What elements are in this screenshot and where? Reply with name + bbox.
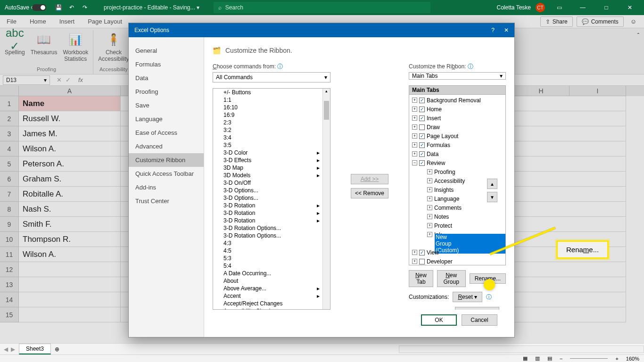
expand-icon[interactable]: + (412, 151, 417, 156)
col-header-h[interactable]: H (513, 86, 570, 96)
expand-icon[interactable]: + (427, 232, 432, 237)
expand-icon[interactable]: + (412, 250, 417, 255)
row-header[interactable]: 7 (0, 187, 19, 202)
tab-page-layout[interactable]: Page Layout (81, 15, 129, 28)
list-item[interactable]: 5:4 (213, 262, 330, 270)
prev-sheet-icon[interactable]: ◀ (4, 346, 8, 353)
row-header[interactable]: 14 (0, 292, 19, 307)
choose-commands-combo[interactable]: All Commands▾ (213, 72, 330, 82)
expand-icon[interactable]: + (412, 107, 417, 112)
thesaurus-button[interactable]: 📖Thesaurus (31, 32, 58, 62)
ribbon-display-icon[interactable]: ▭ (550, 0, 569, 15)
cancel-button[interactable]: Cancel (462, 314, 497, 326)
row-header[interactable]: 2 (0, 111, 19, 126)
list-item[interactable]: 3-D Options... (213, 187, 330, 194)
view-break-icon[interactable]: ▤ (547, 355, 552, 362)
list-item[interactable]: 2:3 (213, 119, 330, 126)
info-icon[interactable]: ⓘ (277, 63, 283, 70)
expand-icon[interactable]: + (427, 223, 432, 228)
sheet-tab[interactable]: Sheet3 (19, 344, 51, 354)
list-item[interactable]: 3-D Effects▸ (213, 156, 330, 164)
options-nav-item[interactable]: Ease of Access (129, 126, 204, 140)
cell[interactable]: Thompson R. (19, 232, 121, 247)
cell[interactable] (19, 262, 121, 277)
list-item[interactable]: 3:2 (213, 126, 330, 134)
list-item[interactable]: Accessibility Checker (213, 307, 330, 310)
cell[interactable]: Robitalle A. (19, 187, 121, 202)
options-nav-item[interactable]: Advanced (129, 140, 204, 153)
list-item[interactable]: 3:4 (213, 134, 330, 141)
list-item[interactable]: +/- Buttons (213, 89, 330, 96)
options-nav-item[interactable]: Customize Ribbon (129, 153, 204, 167)
options-nav-item[interactable]: Formulas (129, 58, 204, 71)
checkbox[interactable] (419, 124, 425, 130)
row-header[interactable]: 9 (0, 217, 19, 232)
row-header[interactable]: 3 (0, 126, 19, 141)
tree-item[interactable]: +✓Formulas (409, 140, 505, 149)
spelling-button[interactable]: abc✓Spelling (5, 32, 25, 62)
cell[interactable] (19, 292, 121, 307)
horizontal-scrollbar[interactable] (399, 346, 644, 353)
close-icon[interactable]: ✕ (620, 0, 639, 15)
expand-icon[interactable]: + (427, 196, 432, 201)
options-nav-item[interactable]: Save (129, 99, 204, 112)
info-icon[interactable]: ⓘ (486, 293, 492, 301)
list-item[interactable]: 3-D Rotation▸ (213, 209, 330, 217)
cell[interactable]: James M. (19, 126, 121, 141)
list-item[interactable]: 3-D Color▸ (213, 149, 330, 156)
enter-formula-icon[interactable]: ✓ (66, 76, 71, 83)
fx-icon[interactable]: fx (74, 76, 87, 83)
checkbox[interactable]: ✓ (419, 151, 425, 157)
list-item[interactable]: 16:9 (213, 111, 330, 119)
maximize-icon[interactable]: □ (597, 0, 616, 15)
autosave-toggle[interactable]: AutoSave On (0, 4, 49, 11)
share-button[interactable]: ⇪Share (540, 16, 573, 27)
checkbox[interactable]: ✓ (419, 142, 425, 148)
view-normal-icon[interactable]: ▦ (523, 355, 528, 362)
move-up-button[interactable]: ▲ (487, 179, 497, 189)
search-box[interactable]: ⌕ Search (214, 2, 430, 13)
list-item[interactable]: 3-D Rotation▸ (213, 217, 330, 224)
row-header[interactable]: 5 (0, 156, 19, 172)
options-nav-item[interactable]: General (129, 44, 204, 58)
tree-item[interactable]: +Protect (409, 221, 505, 230)
list-item[interactable]: 3D Map▸ (213, 164, 330, 172)
expand-icon[interactable]: + (427, 205, 432, 210)
cell[interactable]: Graham S. (19, 172, 121, 187)
checkbox[interactable] (419, 259, 425, 264)
list-item[interactable]: 3-D Rotation Options... (213, 232, 330, 239)
checkbox[interactable]: ✓ (419, 98, 425, 103)
move-down-button[interactable]: ▼ (487, 192, 497, 202)
checkbox[interactable]: ✓ (419, 115, 425, 121)
options-nav-item[interactable]: Proofing (129, 85, 204, 99)
list-item[interactable]: 3-D On/Off (213, 179, 330, 187)
tree-item[interactable]: +✓Background Removal (409, 96, 505, 105)
expand-icon[interactable]: + (427, 187, 432, 192)
redo-icon[interactable]: ↷ (80, 3, 90, 12)
listbox-scrollbar[interactable]: ▴ (322, 89, 330, 309)
tree-item[interactable]: +Developer (409, 257, 505, 265)
tree-item[interactable]: +✓Insert (409, 114, 505, 123)
info-icon[interactable]: ⓘ (468, 63, 473, 70)
col-header-i[interactable]: I (570, 86, 626, 96)
cell[interactable]: Name (19, 96, 121, 111)
row-header[interactable]: 1 (0, 96, 19, 111)
tree-item[interactable]: +✓Page Layout (409, 132, 505, 140)
tab-file[interactable]: File (0, 15, 23, 28)
tree-item[interactable]: +✓Data (409, 149, 505, 158)
expand-icon[interactable]: + (412, 133, 417, 139)
dialog-close-icon[interactable]: ✕ (504, 27, 509, 33)
expand-icon[interactable]: + (412, 259, 417, 264)
list-item[interactable]: 4:3 (213, 239, 330, 247)
tree-item[interactable]: −✓Review (409, 158, 505, 167)
cell[interactable] (19, 307, 121, 322)
tree-item[interactable]: +Proofing (409, 167, 505, 176)
import-export-button[interactable]: Import/Export ▾ (455, 307, 499, 310)
user-name[interactable]: Coletta Teske (497, 4, 531, 11)
col-header-a[interactable]: A (19, 86, 121, 96)
list-item[interactable]: 3D Models▸ (213, 172, 330, 179)
row-header[interactable]: 13 (0, 277, 19, 292)
save-icon[interactable]: 💾 (54, 3, 63, 12)
undo-icon[interactable]: ↶ (67, 3, 76, 12)
tab-home[interactable]: Home (23, 15, 53, 28)
